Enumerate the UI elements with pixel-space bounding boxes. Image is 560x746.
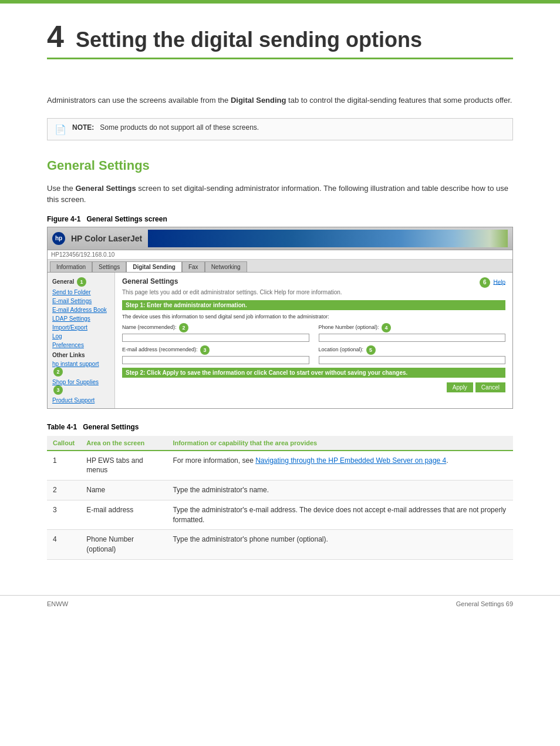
footer: ENWW General Settings 69 bbox=[0, 595, 560, 612]
callout-location: 5 bbox=[366, 345, 376, 355]
screenshot-container: hp HP Color LaserJet HP123456/192.168.0.… bbox=[47, 227, 513, 409]
row2-info: Type the administrator's name. bbox=[167, 480, 513, 500]
name-label: Name (recommended): 2 bbox=[122, 323, 309, 332]
sidebar-item-import-export[interactable]: Import/Export bbox=[48, 323, 114, 332]
sidebar-item-ldap-settings[interactable]: LDAP Settings bbox=[48, 314, 114, 323]
note-label: NOTE: bbox=[72, 123, 94, 132]
sidebar-item-preferences[interactable]: Preferences bbox=[48, 341, 114, 350]
sidebar-item-send-to-folder[interactable]: Send to Folder bbox=[48, 288, 114, 297]
chapter-title: Setting the digital sending options bbox=[76, 28, 422, 52]
sidebar-item-general[interactable]: General 1 bbox=[48, 276, 114, 288]
sidebar-item-email-settings[interactable]: E-mail Settings bbox=[48, 297, 114, 305]
tab-information[interactable]: Information bbox=[50, 261, 92, 272]
hp-logo-text: hp bbox=[55, 235, 62, 241]
table-row: 1 HP EWS tabs and menus For more informa… bbox=[47, 451, 513, 480]
sidebar-other-links-label: Other Links bbox=[48, 350, 114, 359]
screenshot-header: hp HP Color LaserJet bbox=[48, 227, 512, 250]
callout-1: 1 bbox=[77, 277, 86, 287]
row4-area: Phone Number (optional) bbox=[80, 530, 167, 560]
row3-area: E-mail address bbox=[80, 500, 167, 530]
figure-label-suffix: screen bbox=[144, 215, 167, 223]
figure-label-id: Figure 4-1 bbox=[47, 215, 80, 223]
name-field: Name (recommended): 2 bbox=[122, 323, 309, 342]
general-settings-table: Callout Area on the screen Information o… bbox=[47, 436, 513, 560]
row3-info: Type the administrator's e-mail address.… bbox=[167, 500, 513, 530]
callout-phone: 4 bbox=[382, 323, 391, 332]
row2-area: Name bbox=[80, 480, 167, 500]
figure-label-title: General Settings bbox=[86, 215, 142, 223]
section-heading: General Settings bbox=[47, 158, 513, 173]
row2-callout: 2 bbox=[47, 480, 80, 500]
hp-logo: hp bbox=[52, 232, 65, 245]
form-row-1: Name (recommended): 2 Phone Number (opti… bbox=[122, 323, 505, 342]
cancel-button[interactable]: Cancel bbox=[475, 382, 505, 392]
content-area: 4 Setting the digital sending options Ad… bbox=[0, 4, 560, 583]
email-field: E-mail address (recommended): 3 bbox=[122, 345, 309, 364]
help-link[interactable]: Help bbox=[493, 278, 505, 285]
phone-input[interactable] bbox=[319, 334, 506, 342]
chapter-heading: 4 Setting the digital sending options bbox=[47, 21, 513, 59]
sidebar-item-shop-supplies[interactable]: Shop for Supplies 3 bbox=[48, 378, 114, 396]
chapter-number: 4 bbox=[47, 21, 64, 52]
callout-3: 3 bbox=[53, 385, 63, 395]
screenshot-body: General 1 Send to Folder E-mail Settings… bbox=[48, 273, 512, 408]
col-header-area: Area on the screen bbox=[80, 436, 167, 451]
phone-field: Phone Number (optional): 4 bbox=[319, 323, 506, 342]
phone-label: Phone Number (optional): 4 bbox=[319, 323, 506, 332]
intro-paragraph: Administrators can use the screens avail… bbox=[47, 95, 513, 106]
sidebar-item-hp-instant-support[interactable]: hp instant support 2 bbox=[48, 359, 114, 378]
row4-info: Type the administrator's phone number (o… bbox=[167, 530, 513, 560]
email-label: E-mail address (recommended): 3 bbox=[122, 345, 309, 355]
table-row: 3 E-mail address Type the administrator'… bbox=[47, 500, 513, 530]
screenshot-nav: Information Settings Digital Sending Fax… bbox=[48, 260, 512, 273]
table-label-title: General Settings bbox=[83, 423, 139, 431]
row1-area: HP EWS tabs and menus bbox=[80, 451, 167, 480]
row3-callout: 3 bbox=[47, 500, 80, 530]
location-label: Location (optional): 5 bbox=[319, 345, 506, 355]
tab-settings[interactable]: Settings bbox=[92, 261, 126, 272]
note-icon: 📄 bbox=[55, 124, 66, 135]
footer-right: General Settings 69 bbox=[456, 600, 513, 607]
main-panel-heading: General Settings bbox=[122, 277, 178, 285]
section-intro: Use the General Settings screen to set d… bbox=[47, 183, 513, 206]
table-label-id: Table 4-1 bbox=[47, 423, 77, 431]
col-header-callout: Callout bbox=[47, 436, 80, 451]
button-row: Apply Cancel bbox=[122, 382, 505, 392]
screenshot-url: HP123456/192.168.0.10 bbox=[48, 250, 512, 260]
row4-callout: 4 bbox=[47, 530, 80, 560]
page-container: 4 Setting the digital sending options Ad… bbox=[0, 0, 560, 746]
email-input[interactable] bbox=[122, 356, 309, 364]
device-info-text: The device uses this information to send… bbox=[122, 314, 505, 320]
name-input[interactable] bbox=[122, 334, 309, 342]
sidebar-item-log[interactable]: Log bbox=[48, 332, 114, 341]
table-header-row: Callout Area on the screen Information o… bbox=[47, 436, 513, 451]
footer-left: ENWW bbox=[47, 600, 68, 607]
tab-digital-sending[interactable]: Digital Sending bbox=[126, 261, 182, 272]
location-field: Location (optional): 5 bbox=[319, 345, 506, 364]
screenshot-title: HP Color LaserJet bbox=[71, 234, 142, 243]
note-content: Some products do not support all of thes… bbox=[100, 123, 259, 132]
callout-6: 6 bbox=[480, 277, 490, 288]
callout-email: 3 bbox=[200, 345, 210, 355]
col-header-info: Information or capability that the area … bbox=[167, 436, 513, 451]
callout-2: 2 bbox=[53, 367, 63, 377]
note-text: NOTE: Some products do not support all o… bbox=[72, 123, 259, 132]
description-text: This page lets you add or edit administr… bbox=[122, 289, 505, 295]
sidebar-item-email-address-book[interactable]: E-mail Address Book bbox=[48, 305, 114, 314]
location-input[interactable] bbox=[319, 356, 506, 364]
table-row: 4 Phone Number (optional) Type the admin… bbox=[47, 530, 513, 560]
table-label: Table 4-1 General Settings bbox=[47, 423, 513, 431]
apply-button[interactable]: Apply bbox=[447, 382, 473, 392]
tab-networking[interactable]: Networking bbox=[205, 261, 247, 272]
table-row: 2 Name Type the administrator's name. bbox=[47, 480, 513, 500]
step2-header: Step 2: Click Apply to save the informat… bbox=[122, 368, 505, 378]
note-box: 📄 NOTE: Some products do not support all… bbox=[47, 118, 513, 140]
row1-callout: 1 bbox=[47, 451, 80, 480]
form-row-2: E-mail address (recommended): 3 Location… bbox=[122, 345, 505, 364]
tab-fax[interactable]: Fax bbox=[182, 261, 205, 272]
row1-info: For more information, see Navigating thr… bbox=[167, 451, 513, 480]
step1-header: Step 1: Enter the administrator informat… bbox=[122, 300, 505, 310]
sidebar-item-product-support[interactable]: Product Support bbox=[48, 396, 114, 405]
ews-link[interactable]: Navigating through the HP Embedded Web S… bbox=[255, 456, 446, 465]
main-content-panel: General Settings 6 Help This page lets y… bbox=[115, 273, 512, 408]
